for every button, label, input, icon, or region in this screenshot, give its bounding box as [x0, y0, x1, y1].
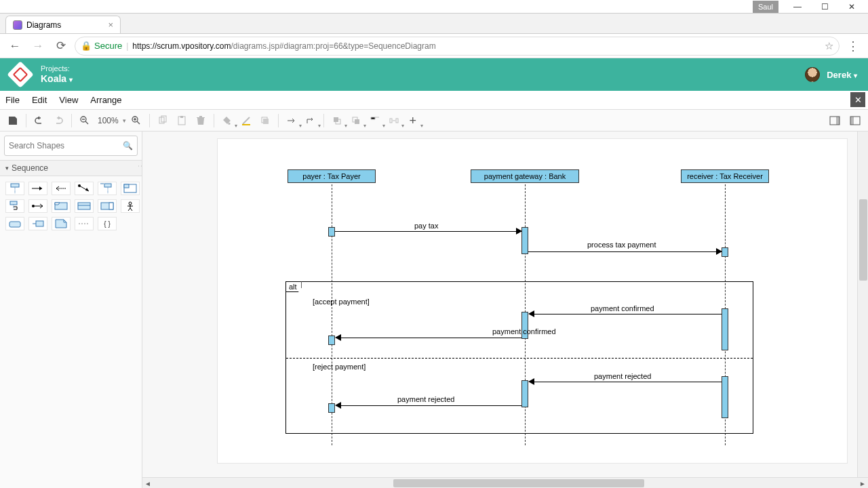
window-maximize-button[interactable]: ☐: [811, 1, 838, 13]
menu-view[interactable]: View: [59, 95, 78, 105]
shape-note[interactable]: [52, 217, 71, 230]
shape-frame[interactable]: [98, 182, 117, 195]
fill-color-button[interactable]: ▾: [218, 112, 236, 129]
svg-point-33: [32, 205, 35, 207]
window-close-button[interactable]: ✕: [838, 1, 865, 13]
arrow-head-icon: [516, 228, 522, 235]
favicon-icon: [13, 20, 22, 30]
panel-close-button[interactable]: ✕: [850, 92, 865, 107]
undo-button[interactable]: [31, 112, 48, 129]
project-selector[interactable]: Projects: Koala ▾: [41, 64, 73, 85]
activation-payer-2[interactable]: [328, 336, 335, 345]
copy-button[interactable]: [154, 112, 172, 129]
search-shapes-box[interactable]: 🔍: [4, 136, 138, 156]
toolbar: 100% ▾ ▾ ▾ ▾ ▾ ▾ ▾ ▾ +▾: [0, 110, 868, 131]
shape-async-message[interactable]: [28, 199, 47, 213]
zoom-out-button[interactable]: [76, 112, 94, 129]
tab-close-icon[interactable]: ×: [108, 20, 113, 30]
shape-combined-fragment[interactable]: [121, 182, 140, 195]
shape-interaction-use[interactable]: [52, 199, 71, 213]
palette-section-header[interactable]: ▾ Sequence: [0, 160, 142, 176]
message-rejected-1[interactable]: [533, 382, 722, 382]
search-icon[interactable]: 🔍: [123, 141, 133, 150]
search-shapes-input[interactable]: [9, 141, 123, 150]
activation-gateway-3[interactable]: [521, 380, 528, 407]
chevron-down-icon[interactable]: ▾: [854, 72, 857, 79]
svg-point-40: [129, 202, 132, 205]
zoom-level[interactable]: 100%: [95, 116, 121, 125]
waypoint-style-button[interactable]: ▾: [302, 112, 319, 129]
window-titlebar: Saul — ☐ ✕: [0, 0, 868, 14]
activation-payer-3[interactable]: [328, 403, 335, 413]
activation-payer-1[interactable]: [328, 227, 335, 237]
activation-gateway-1[interactable]: [521, 227, 528, 254]
connection-style-button[interactable]: ▾: [283, 112, 300, 129]
message-rejected-2[interactable]: [340, 405, 521, 406]
activation-receiver-3[interactable]: [722, 376, 728, 418]
shape-self-message[interactable]: [5, 199, 24, 213]
message-confirmed-2[interactable]: [340, 338, 521, 338]
lifeline-payer[interactable]: payer : Tax Payer: [288, 169, 376, 183]
insert-button[interactable]: +▾: [404, 112, 422, 129]
diagram-canvas[interactable]: payer : Tax Payer payment gateway : Bank…: [217, 138, 848, 464]
app-logo-icon[interactable]: [7, 61, 34, 88]
message-confirmed-1[interactable]: [533, 314, 722, 314]
shape-found-message[interactable]: [75, 182, 94, 195]
menu-arrange[interactable]: Arrange: [90, 95, 121, 105]
align-button[interactable]: ▾: [366, 112, 384, 129]
svg-marker-26: [85, 188, 89, 191]
zoom-in-button[interactable]: [127, 112, 145, 129]
line-color-button[interactable]: [237, 112, 255, 129]
shape-actor[interactable]: [121, 199, 140, 213]
browser-tab-strip: Diagrams ×: [0, 14, 868, 34]
window-minimize-button[interactable]: —: [784, 1, 811, 13]
chevron-down-icon[interactable]: ▾: [123, 117, 126, 124]
shape-gate[interactable]: [28, 217, 47, 230]
menu-file[interactable]: File: [5, 95, 20, 105]
delete-button[interactable]: [192, 112, 210, 129]
message-process[interactable]: [528, 251, 722, 252]
format-panel-toggle[interactable]: [826, 112, 844, 129]
activation-receiver-1[interactable]: [722, 247, 728, 257]
alt-separator: [286, 358, 753, 359]
scrollbar-thumb[interactable]: [859, 199, 867, 281]
shape-state-invariant[interactable]: [75, 199, 94, 213]
scrollbar-thumb[interactable]: [393, 479, 644, 487]
svg-rect-8: [263, 119, 269, 124]
shape-sync-message[interactable]: [28, 182, 47, 195]
address-bar[interactable]: 🔒Secure | https://scrum.vpository.com/di…: [75, 37, 840, 56]
horizontal-scrollbar[interactable]: ◄ ►: [142, 477, 868, 488]
reload-button[interactable]: ⟳: [52, 37, 71, 56]
scroll-left-button[interactable]: ◄: [142, 478, 153, 488]
menu-edit[interactable]: Edit: [32, 95, 47, 105]
activation-receiver-2[interactable]: [722, 308, 728, 350]
user-avatar[interactable]: [805, 67, 820, 82]
to-back-button[interactable]: ▾: [347, 112, 365, 129]
save-button[interactable]: [4, 112, 22, 129]
outline-panel-toggle[interactable]: [846, 112, 864, 129]
shadow-button[interactable]: [256, 112, 274, 129]
lifeline-gateway[interactable]: payment gateway : Bank: [471, 169, 579, 183]
shape-return-message[interactable]: [52, 182, 71, 195]
canvas-area[interactable]: payer : Tax Payer payment gateway : Bank…: [142, 131, 868, 488]
shape-boundary[interactable]: [5, 217, 24, 230]
browser-menu-icon[interactable]: ⋮: [844, 39, 863, 54]
shape-constraint[interactable]: { }: [98, 217, 117, 230]
distribute-button[interactable]: ▾: [385, 112, 403, 129]
back-button[interactable]: ←: [5, 37, 24, 56]
redo-button[interactable]: [50, 112, 67, 129]
shape-lifeline[interactable]: [5, 182, 24, 195]
paste-button[interactable]: [173, 112, 191, 129]
forward-button[interactable]: →: [28, 37, 47, 56]
vertical-scrollbar[interactable]: [857, 131, 868, 477]
scroll-right-button[interactable]: ►: [857, 478, 868, 488]
lock-icon: 🔒Secure: [81, 41, 122, 51]
browser-tab[interactable]: Diagrams ×: [5, 16, 121, 33]
message-pay-tax[interactable]: [335, 231, 521, 232]
shape-anchor[interactable]: [75, 217, 94, 230]
to-front-button[interactable]: ▾: [328, 112, 346, 129]
arrow-head-icon: [528, 378, 534, 385]
lifeline-receiver[interactable]: receiver : Tax Receiver: [681, 169, 769, 183]
shape-continuation[interactable]: [98, 199, 117, 213]
bookmark-star-icon[interactable]: ☆: [825, 40, 833, 52]
